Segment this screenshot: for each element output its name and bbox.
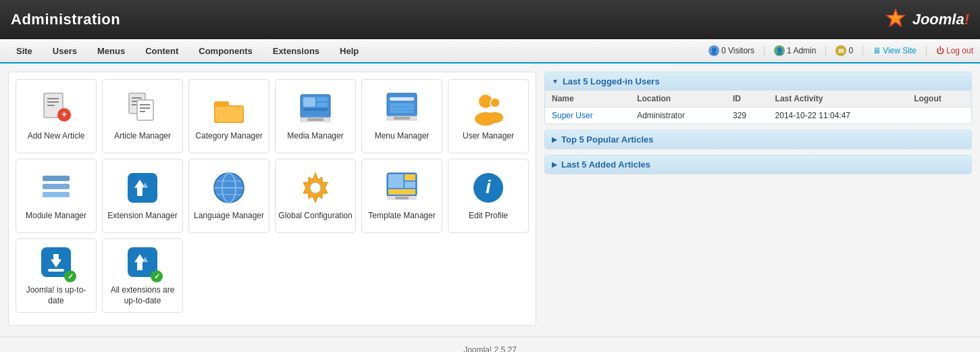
- user-last-activity: 2014-10-22 11:04:47: [769, 107, 908, 124]
- svg-text:i: i: [486, 176, 492, 197]
- nav-site[interactable]: Site: [7, 39, 42, 62]
- admin-indicator: 👤 1 Admin: [774, 45, 816, 56]
- menu-manager-icon: [384, 91, 419, 126]
- main-content: + Add New Article: [0, 64, 980, 334]
- svg-text:+: +: [61, 109, 67, 120]
- logout-icon: ⏻: [936, 46, 944, 55]
- nav-extensions[interactable]: Extensions: [263, 39, 329, 62]
- tile-menu-manager-label: Menu Manager: [375, 131, 430, 142]
- nav-menus[interactable]: Menus: [88, 39, 134, 62]
- template-manager-icon: [384, 170, 419, 205]
- svg-rect-37: [43, 192, 70, 197]
- col-name: Name: [545, 91, 630, 107]
- joomla-check-icon: ✓: [38, 245, 74, 280]
- svg-rect-30: [394, 117, 410, 120]
- joomla-check-badge: ✓: [64, 270, 76, 282]
- tile-joomla-uptodate[interactable]: ✓ Joomla! is up-to-date: [16, 238, 97, 313]
- svg-rect-26: [390, 103, 414, 113]
- svg-rect-48: [405, 174, 415, 180]
- footer: Joomla! 2.5.27 Joomla!® is free software…: [0, 336, 980, 352]
- svg-point-33: [490, 98, 500, 107]
- tile-global-configuration[interactable]: Global Configuration: [275, 159, 356, 233]
- joomla-star-icon: [883, 7, 908, 32]
- language-manager-icon: [211, 170, 247, 205]
- tile-language-manager[interactable]: Language Manager: [188, 159, 269, 233]
- right-panel: ▼ Last 5 Logged-in Users Name Location I…: [544, 72, 972, 326]
- tile-template-manager[interactable]: Template Manager: [361, 159, 442, 233]
- article-manager-icon: [125, 91, 160, 126]
- tile-menu-manager[interactable]: Menu Manager: [361, 79, 442, 153]
- col-id: ID: [726, 91, 769, 107]
- svg-rect-23: [307, 118, 324, 121]
- tile-add-new-article-label: Add New Article: [28, 131, 85, 142]
- icon-row-1: + Add New Article: [16, 79, 529, 153]
- tile-edit-profile-label: Edit Profile: [469, 211, 508, 222]
- tile-category-manager-label: Category Manager: [195, 131, 262, 142]
- view-site-icon: 🖥: [873, 46, 881, 55]
- svg-rect-52: [395, 197, 409, 199]
- svg-rect-20: [317, 103, 328, 107]
- svg-rect-21: [303, 108, 328, 111]
- tile-user-manager[interactable]: User Manager: [448, 79, 529, 153]
- popular-arrow-icon: ▶: [552, 136, 557, 143]
- tile-edit-profile[interactable]: i Edit Profile: [448, 159, 529, 233]
- tile-extensions-uptodate[interactable]: ✓ All extensions are up-to-date: [102, 238, 183, 313]
- user-id: 329: [726, 107, 769, 124]
- user-location: Administrator: [630, 107, 726, 124]
- added-arrow-icon: ▶: [552, 161, 557, 168]
- user-row: Super User Administrator 329 2014-10-22 …: [545, 107, 971, 124]
- divider4: [926, 45, 927, 56]
- svg-rect-47: [388, 174, 403, 188]
- tile-media-manager[interactable]: Media Manager: [275, 79, 356, 153]
- user-link[interactable]: Super User: [552, 111, 593, 120]
- admin-icon: 👤: [774, 45, 785, 56]
- svg-rect-35: [43, 176, 70, 181]
- svg-rect-49: [405, 182, 415, 188]
- joomla-wordmark: Joomla!: [912, 11, 969, 28]
- logged-in-users-table: Name Location ID Last Activity Logout Su…: [545, 91, 971, 124]
- tile-global-configuration-label: Global Configuration: [278, 211, 352, 222]
- divider1: [764, 45, 765, 56]
- svg-rect-56: [48, 269, 64, 272]
- module-manager-icon: [38, 170, 74, 205]
- tile-language-manager-label: Language Manager: [194, 211, 264, 222]
- nav-users[interactable]: Users: [43, 39, 86, 62]
- col-logout: Logout: [907, 91, 971, 107]
- tile-extension-manager[interactable]: Extension Manager: [102, 159, 183, 233]
- tile-template-manager-label: Template Manager: [368, 211, 435, 222]
- header-title: Administration: [11, 11, 120, 28]
- svg-point-45: [310, 182, 321, 193]
- divider2: [825, 45, 826, 56]
- nav-components[interactable]: Components: [189, 39, 261, 62]
- footer-version: Joomla! 2.5.27: [8, 345, 972, 352]
- tile-category-manager[interactable]: Category Manager: [188, 79, 269, 153]
- svg-rect-18: [303, 97, 315, 107]
- extension-manager-icon: [125, 170, 160, 205]
- tile-add-new-article[interactable]: + Add New Article: [16, 79, 97, 153]
- divider3: [862, 45, 863, 56]
- edit-profile-icon: i: [471, 170, 506, 205]
- svg-point-34: [487, 112, 503, 123]
- visitors-indicator: 👤 0 Visitors: [708, 45, 754, 56]
- nav-help[interactable]: Help: [330, 39, 368, 62]
- nav-items: Site Users Menus Content Components Exte…: [7, 39, 368, 62]
- tile-module-manager[interactable]: Module Manager: [16, 159, 97, 233]
- popular-articles-header[interactable]: ▶ Top 5 Popular Articles: [545, 130, 971, 149]
- nav-right: 👤 0 Visitors 👤 1 Admin ✉ 0 🖥 View Site ⏻…: [708, 45, 973, 56]
- svg-rect-19: [317, 97, 328, 101]
- category-manager-icon: [211, 91, 247, 126]
- icon-row-2: Module Manager Extension Manager: [16, 159, 529, 233]
- logged-in-users-header[interactable]: ▼ Last 5 Logged-in Users: [545, 72, 971, 91]
- tile-media-manager-label: Media Manager: [287, 131, 343, 142]
- col-location: Location: [630, 91, 726, 107]
- global-config-icon: [298, 170, 333, 205]
- added-articles-header[interactable]: ▶ Last 5 Added Articles: [545, 155, 971, 174]
- tile-user-manager-label: User Manager: [463, 131, 514, 142]
- view-site-link[interactable]: 🖥 View Site: [873, 46, 917, 55]
- logout-button[interactable]: ⏻ Log out: [936, 46, 973, 55]
- new-article-icon: +: [38, 91, 74, 126]
- logged-in-users-panel: ▼ Last 5 Logged-in Users Name Location I…: [544, 72, 972, 124]
- tile-article-manager[interactable]: Article Manager: [102, 79, 183, 153]
- nav-content[interactable]: Content: [136, 39, 188, 62]
- media-manager-icon: [298, 91, 333, 126]
